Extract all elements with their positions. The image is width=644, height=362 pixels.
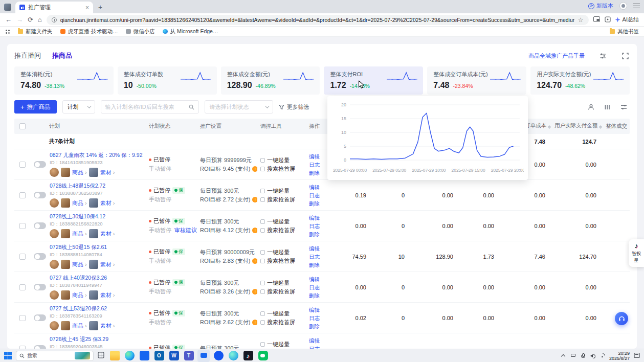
edit-link[interactable]: 编辑 — [309, 244, 328, 253]
delete-link[interactable]: 删除 — [309, 169, 328, 177]
log-link[interactable]: 日志 — [309, 161, 328, 169]
select-all-checkbox[interactable] — [19, 123, 26, 129]
tab-promote-live[interactable]: 推直播间 — [14, 51, 41, 60]
plan-status-select[interactable]: 请选择计划状态 — [205, 100, 273, 114]
mic-icon[interactable] — [580, 353, 586, 358]
plan-name-link[interactable]: 0728线上50退15 保2.61 — [50, 244, 115, 251]
col-header-overall[interactable]: 整体成交 — [603, 123, 630, 130]
one-click-boost-link[interactable]: 一键起量 — [267, 248, 290, 257]
plan-toggle[interactable] — [34, 161, 46, 168]
log-link[interactable]: 日志 — [309, 314, 328, 322]
edit-link[interactable]: 编辑 — [309, 214, 328, 222]
product-link[interactable]: 商品 — [72, 230, 87, 238]
one-click-boost-link[interactable]: 一键起量 — [267, 217, 290, 226]
row-checkbox[interactable] — [19, 284, 26, 290]
delete-link[interactable]: 删除 — [309, 199, 328, 208]
sort-icon[interactable] — [548, 124, 551, 130]
back-button[interactable]: ← — [5, 16, 12, 23]
metric-card[interactable]: 整体支付ROI 1.72 -14.43% — [324, 66, 423, 95]
edit-link[interactable]: 编辑 — [309, 336, 328, 345]
search-topview-link[interactable]: 搜索抢首屏 — [267, 226, 295, 235]
site-info-icon[interactable] — [52, 17, 57, 22]
col-header-user-pay[interactable]: 用户实际支付金额 — [551, 122, 603, 130]
log-link[interactable]: 日志 — [309, 253, 328, 261]
bookmark-item[interactable]: 新建文件夹 — [18, 28, 53, 35]
product-link[interactable]: 商品 — [72, 291, 87, 299]
row-checkbox[interactable] — [19, 315, 26, 321]
bookmark-apps-icon[interactable] — [5, 29, 10, 34]
assistant-widget[interactable]: ♪ 智投星 — [629, 239, 644, 267]
product-link[interactable]: 商品 — [72, 169, 87, 176]
tray-expand-icon[interactable] — [561, 353, 566, 358]
plan-name-link[interactable]: 0827 儿童雨衣 14% 返：20% 保：9.92 — [50, 152, 143, 159]
url-bar[interactable]: qianchuan.jinritemai.com/uni-prom?aavid=… — [47, 15, 589, 25]
custom-columns-icon[interactable] — [601, 101, 613, 113]
material-link[interactable]: 素材 — [100, 291, 115, 299]
one-click-boost-link[interactable]: 一键起量 — [267, 279, 290, 287]
edit-link[interactable]: 编辑 — [309, 183, 328, 191]
other-bookmarks-button[interactable]: 其他书签 — [610, 28, 639, 35]
plan-toggle[interactable] — [34, 314, 46, 321]
product-manual-link[interactable]: 商品全域推广产品手册 — [528, 52, 585, 60]
promote-product-button[interactable]: +推广商品 — [14, 100, 57, 114]
plan-toggle[interactable] — [34, 222, 46, 229]
refresh-button[interactable]: ⟳ — [28, 16, 33, 23]
product-link[interactable]: 商品 — [72, 199, 87, 207]
fullscreen-icon[interactable] — [620, 51, 630, 60]
plan-toggle[interactable] — [34, 284, 46, 290]
one-click-boost-link[interactable]: 一键起量 — [267, 156, 290, 165]
tab-promote-product[interactable]: 推商品 — [52, 51, 72, 60]
delete-link[interactable]: 删除 — [309, 230, 328, 238]
profile-avatar[interactable] — [619, 2, 627, 10]
material-link[interactable]: 素材 — [100, 230, 115, 238]
metric-card[interactable]: 整体成交金额(元) 128.90 -46.89% — [221, 66, 320, 95]
bookmark-item[interactable]: 虎牙直播-技术驱动… — [60, 28, 118, 35]
plan-name-link[interactable]: 0728线上48退15保2.72 — [50, 183, 115, 190]
taskbar-clock[interactable]: 20:29 2025/8/27 — [609, 351, 630, 361]
table-settings-icon[interactable] — [617, 101, 630, 113]
search-topview-link[interactable]: 搜索抢首屏 — [267, 318, 295, 327]
product-link[interactable]: 商品 — [72, 322, 87, 330]
search-topview-link[interactable]: 搜索抢首屏 — [267, 195, 295, 204]
search-topview-link[interactable]: 搜索抢首屏 — [267, 165, 295, 173]
delete-link[interactable]: 删除 — [309, 322, 328, 330]
row-checkbox[interactable] — [19, 223, 26, 229]
notification-icon[interactable] — [634, 352, 640, 359]
review-suggestion-link[interactable]: 审核建议 — [174, 227, 197, 234]
one-click-boost-link[interactable]: 一键起量 — [267, 309, 290, 318]
help-button[interactable] — [615, 312, 628, 325]
start-button[interactable] — [4, 352, 12, 359]
material-link[interactable]: 素材 — [100, 199, 115, 207]
bookmark-item[interactable]: 微信小店 — [126, 28, 155, 35]
material-link[interactable]: 素材 — [100, 261, 115, 268]
share-settings-icon[interactable] — [585, 101, 597, 113]
metrics-settings-icon[interactable] — [598, 51, 607, 60]
metric-card[interactable]: 整体成交订单数 10 -50.00% — [118, 66, 217, 95]
row-checkbox[interactable] — [19, 192, 26, 198]
plan-toggle[interactable] — [34, 192, 46, 198]
plan-search[interactable] — [101, 100, 199, 114]
bookmark-item[interactable]: 从 Microsoft Edge… — [163, 28, 218, 35]
metric-card[interactable]: 用户实际支付金额(元) 124.70 -48.62% — [530, 66, 630, 95]
log-link[interactable]: 日志 — [309, 222, 328, 230]
pip-icon[interactable] — [593, 16, 600, 23]
one-click-boost-link[interactable]: 一键起量 — [267, 340, 290, 349]
home-button[interactable]: ⌂ — [38, 16, 42, 23]
plan-toggle[interactable] — [34, 345, 46, 349]
plan-toggle[interactable] — [34, 253, 46, 260]
taskbar-search-input[interactable] — [27, 353, 56, 358]
material-link[interactable]: 素材 — [100, 322, 115, 330]
edit-link[interactable]: 编辑 — [309, 152, 328, 161]
new-tab-button[interactable]: + — [98, 4, 102, 11]
more-filters-button[interactable]: 更多筛选 — [279, 103, 309, 111]
log-link[interactable]: 日志 — [309, 345, 328, 349]
new-version-button[interactable]: ⟳新版本 — [588, 2, 613, 10]
row-checkbox[interactable] — [19, 254, 26, 260]
task-view-icon[interactable] — [98, 352, 104, 359]
extensions-icon[interactable] — [605, 16, 611, 24]
forward-button[interactable]: → — [16, 16, 23, 23]
sort-icon[interactable] — [599, 124, 602, 130]
network-icon[interactable] — [599, 353, 605, 358]
menu-icon[interactable] — [633, 4, 640, 9]
product-link[interactable]: 商品 — [72, 261, 87, 268]
